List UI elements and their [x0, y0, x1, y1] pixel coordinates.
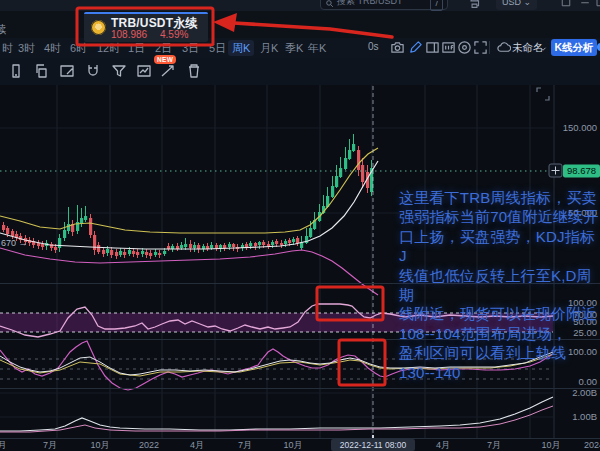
axis-label: 4月: [436, 440, 450, 450]
search-shortcut-key: /: [430, 0, 443, 11]
image-edit-icon[interactable]: [136, 63, 152, 79]
window-restore-icon[interactable]: [594, 0, 600, 8]
pencil-icon[interactable]: [408, 40, 423, 55]
app-top-bar: 搜索 TRB/USDT / USD ⌄: [0, 0, 600, 11]
search-icon: [325, 0, 334, 8]
axis-label: 7月: [238, 440, 252, 450]
clipped-tab-fragment: 续: [0, 22, 6, 37]
gif-icon[interactable]: [441, 40, 456, 55]
fullscreen-icon[interactable]: [473, 40, 488, 55]
annotation-line: 线附近，现货可以在现价附近: [399, 304, 600, 323]
axis-label: 7月: [43, 440, 57, 450]
drawing-toolbar: NEW: [0, 58, 600, 85]
axis-label: 2024: [584, 440, 600, 450]
window-maximize-icon[interactable]: [560, 0, 572, 8]
axis-label: 10月: [90, 440, 109, 450]
axis-label: 7月: [487, 440, 501, 450]
edit-note-icon[interactable]: [59, 63, 75, 79]
axis-label: 10月: [541, 440, 560, 450]
camera-icon[interactable]: [390, 40, 405, 55]
axis-label: 4月: [190, 440, 204, 450]
axis-label: 2.00B: [572, 387, 597, 398]
annotation-line: 口上扬，买盘强势，KDJ指标J: [399, 227, 600, 266]
toolbar-divider: [489, 41, 490, 54]
trash-icon[interactable]: [186, 63, 202, 79]
annotation-line: 线值也低位反转上行至K,D周期: [399, 266, 600, 305]
chevron-down-icon[interactable]: [538, 44, 548, 54]
axis-label: 150.000: [563, 122, 597, 133]
axis-label: 10月: [283, 440, 302, 450]
annotation-line: 这里看下TRB周线指标，买卖: [399, 188, 600, 207]
axis-label: 月: [0, 440, 7, 450]
search-placeholder: 搜索 TRB/USDT: [337, 0, 403, 8]
symbol-change: 4.59%: [160, 29, 188, 40]
symbol-price: 108.986: [111, 29, 147, 40]
symbol-badge[interactable]: TRB/USDT永续 108.986 4.59%: [84, 12, 208, 42]
filter-icon[interactable]: [111, 63, 127, 79]
currency-selector[interactable]: USD ⌄: [496, 0, 537, 10]
analysis-annotation-text: 这里看下TRB周线指标，买卖强弱指标当前70值附近继续开口上扬，买盘强势，KDJ…: [399, 188, 600, 382]
annotation-line: 强弱指标当前70值附近继续开: [399, 207, 600, 226]
axis-label: 1.00B: [572, 411, 597, 422]
target-icon[interactable]: [457, 40, 472, 55]
price-marker-label: 670 →: [1, 238, 28, 248]
add-pane-icon[interactable]: [425, 40, 440, 55]
axis-label: 98.678: [567, 165, 596, 176]
axis-label: 2022-12-11 08:00: [340, 440, 407, 450]
window-minimize-icon[interactable]: [579, 0, 591, 8]
trend-arrow-icon[interactable]: [160, 63, 176, 79]
annotation-line: 108--104范围布局进场，: [399, 324, 600, 343]
magnet-icon[interactable]: [85, 63, 101, 79]
printer-icon[interactable]: [468, 0, 481, 9]
interval-countdown[interactable]: 0s: [368, 41, 379, 52]
cloud-icon: [496, 40, 511, 55]
kline-analysis-button[interactable]: K线分析: [551, 39, 597, 56]
annotation-line: 130--140: [399, 363, 600, 382]
badge-active-indicator: [84, 12, 208, 14]
copy-icon[interactable]: [33, 63, 49, 79]
trading-terminal: { "topbar": {"search_placeholder":"搜索 TR…: [0, 0, 600, 451]
annotation-line: 盈利区间可以看到上轨线: [399, 343, 600, 362]
coin-logo: [91, 20, 106, 35]
search-input[interactable]: 搜索 TRB/USDT: [320, 0, 448, 10]
axis-label: 2022: [139, 440, 159, 450]
clipboard-icon[interactable]: [8, 63, 24, 79]
